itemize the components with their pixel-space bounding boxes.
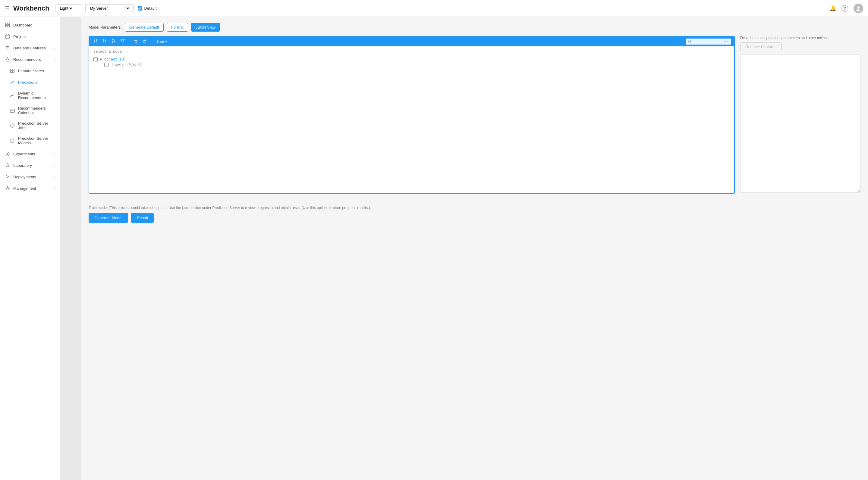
bottom-buttons: Generate Model Result	[89, 213, 861, 223]
sidebar: Dashboard Projects Data and Features ‹ R…	[0, 17, 60, 480]
tree-key-object: object {0}	[104, 57, 126, 61]
description-textarea[interactable]	[740, 54, 861, 193]
json-view-button[interactable]: JSON View	[191, 23, 220, 32]
feature-stores-icon	[10, 68, 15, 73]
tree-view-dropdown[interactable]: Tree ▾	[154, 39, 169, 44]
model-params-row: Model Parameters: Generate Default Forma…	[89, 23, 861, 32]
toolbar-separator-2	[151, 39, 151, 44]
sidebar-item-deployments-label: Deployments	[13, 175, 51, 179]
toolbar-separator-1	[129, 39, 129, 44]
svg-point-21	[10, 139, 14, 142]
sidebar-item-projects[interactable]: Projects	[0, 31, 60, 42]
svg-point-22	[7, 153, 8, 155]
search-dropdown-icon[interactable]: ▾	[724, 40, 726, 43]
search-icon	[688, 40, 692, 43]
sort-asc-icon-btn[interactable]	[92, 38, 99, 44]
search-input[interactable]	[693, 39, 723, 44]
sidebar-item-recommenders-calendar[interactable]: Recommenders Calendar	[0, 103, 60, 118]
sidebar-item-dynamic-recommenders[interactable]: Dynamic Recommenders	[0, 88, 60, 103]
default-checkbox[interactable]	[138, 6, 142, 10]
svg-point-8	[7, 47, 8, 48]
sidebar-item-recommenders[interactable]: Recommenders ‹	[0, 54, 60, 65]
tree-expand-root[interactable]: ▼	[99, 58, 103, 61]
management-chevron-icon: ‹	[54, 186, 55, 190]
svg-point-20	[10, 124, 14, 127]
train-note: Train model (This process could take a l…	[89, 206, 861, 210]
json-tree-panel: Tree ▾ ▾ × Select a node...	[89, 36, 735, 194]
sidebar-item-feature-stores[interactable]: Feature Stores	[0, 65, 60, 76]
generate-default-button[interactable]: Generate Default	[125, 23, 164, 32]
sidebar-item-dashboard-label: Dashboard	[13, 23, 55, 27]
tree-dropdown-label: Tree	[156, 39, 164, 44]
svg-rect-5	[8, 25, 10, 27]
theme-selector[interactable]: Light Dark	[55, 4, 82, 12]
svg-point-26	[689, 40, 691, 42]
data-chevron-icon: ‹	[54, 46, 55, 50]
retrieve-features-button[interactable]: Retrieve Features	[740, 42, 781, 51]
svg-rect-3	[8, 23, 10, 25]
bottom-section: Train model (This process could take a l…	[89, 206, 861, 223]
hamburger-icon[interactable]: ☰	[5, 5, 10, 12]
deployments-chevron-icon: ‹	[54, 175, 55, 179]
navbar-right: 🔔 ?	[830, 4, 863, 13]
experiments-chevron-icon: ‹	[54, 152, 55, 156]
tree-dropdown-chevron: ▾	[165, 39, 167, 44]
tree-row-empty: (empty object)	[92, 62, 731, 67]
dashboard-icon	[5, 22, 10, 28]
server-select[interactable]: My Server	[89, 6, 130, 11]
bell-icon[interactable]: 🔔	[830, 5, 836, 12]
sidebar-item-dashboard[interactable]: Dashboard	[0, 19, 60, 31]
avatar[interactable]	[854, 4, 863, 13]
filter-icon-btn[interactable]	[119, 38, 126, 44]
predictions-icon	[10, 79, 15, 85]
sidebar-item-experiments-label: Experiments	[13, 152, 51, 156]
tree-checkbox-root[interactable]	[93, 57, 98, 61]
redo-icon-btn[interactable]	[141, 38, 148, 44]
prediction-server-jobs-icon	[10, 123, 15, 128]
management-icon	[5, 185, 10, 191]
svg-rect-13	[10, 71, 12, 73]
svg-point-1	[856, 9, 861, 11]
sidebar-item-data-and-features[interactable]: Data and Features ‹	[0, 42, 60, 54]
editor-container: Tree ▾ ▾ × Select a node...	[89, 36, 861, 194]
search-close-icon[interactable]: ×	[727, 40, 729, 43]
generate-model-button[interactable]: Generate Model	[89, 213, 128, 223]
sidebar-item-projects-label: Projects	[13, 34, 55, 39]
json-tree-body: Select a node... ▼ object {0} (empty obj…	[89, 46, 734, 70]
dynamic-recommenders-icon	[10, 93, 15, 98]
format-button[interactable]: Format	[167, 23, 188, 32]
sidebar-item-prediction-server-jobs[interactable]: Prediction Server Jobs	[0, 118, 60, 133]
json-tree-toolbar: Tree ▾ ▾ ×	[89, 36, 734, 46]
sidebar-item-prediction-server-models[interactable]: Prediction Server Models	[0, 133, 60, 148]
theme-select[interactable]: Light Dark	[59, 6, 73, 11]
main-content: Model Parameters: Generate Default Forma…	[82, 17, 868, 480]
model-params-label: Model Parameters:	[89, 25, 122, 30]
laboratory-icon	[5, 163, 10, 168]
sidebar-item-dynamic-recommenders-label: Dynamic Recommenders	[18, 91, 55, 100]
tree-row-root: ▼ object {0}	[92, 57, 731, 62]
svg-point-25	[7, 187, 8, 189]
sidebar-item-predictions[interactable]: Predictions	[0, 76, 60, 88]
svg-rect-12	[13, 69, 14, 70]
server-selector[interactable]: My Server	[85, 4, 133, 12]
default-checkbox-label[interactable]: Default	[138, 6, 156, 10]
svg-rect-6	[5, 35, 10, 38]
sort-alpha-icon-btn[interactable]	[110, 38, 117, 44]
tree-checkbox-empty[interactable]	[104, 63, 108, 67]
tree-empty-label: (empty object)	[111, 63, 141, 67]
data-features-icon	[5, 45, 10, 50]
sidebar-item-prediction-server-jobs-label: Prediction Server Jobs	[18, 121, 55, 130]
svg-marker-10	[6, 58, 9, 61]
sidebar-item-feature-stores-label: Feature Stores	[18, 69, 55, 73]
sidebar-item-laboratory[interactable]: Laboratory ‹	[0, 160, 60, 171]
undo-icon-btn[interactable]	[132, 38, 139, 44]
navbar: ☰ Workbench Light Dark My Server Default…	[0, 0, 868, 17]
sidebar-item-management[interactable]: Management ‹	[0, 182, 60, 194]
recommenders-icon	[5, 57, 10, 62]
svg-rect-14	[13, 71, 14, 73]
help-icon[interactable]: ?	[841, 5, 848, 12]
sidebar-item-deployments[interactable]: Deployments ‹	[0, 171, 60, 182]
sidebar-item-experiments[interactable]: Experiments ‹	[0, 148, 60, 160]
sort-desc-icon-btn[interactable]	[101, 38, 108, 44]
result-button[interactable]: Result	[131, 213, 154, 223]
